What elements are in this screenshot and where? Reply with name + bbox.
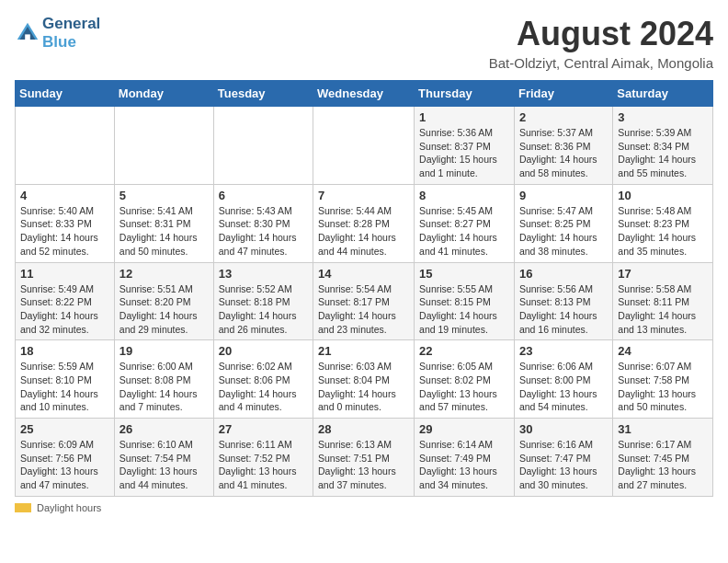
day-info-29: Sunrise: 6:14 AM Sunset: 7:49 PM Dayligh… <box>419 438 509 492</box>
day-info-26: Sunrise: 6:10 AM Sunset: 7:54 PM Dayligh… <box>119 438 209 492</box>
calendar-cell-4-3: 28Sunrise: 6:13 AM Sunset: 7:51 PM Dayli… <box>313 419 415 497</box>
calendar-cell-1-6: 10Sunrise: 5:48 AM Sunset: 8:23 PM Dayli… <box>613 184 713 262</box>
weekday-header-sunday: Sunday <box>16 81 115 107</box>
calendar-cell-1-4: 8Sunrise: 5:45 AM Sunset: 8:27 PM Daylig… <box>415 184 515 262</box>
day-info-8: Sunrise: 5:45 AM Sunset: 8:27 PM Dayligh… <box>419 204 509 259</box>
calendar-cell-4-1: 26Sunrise: 6:10 AM Sunset: 7:54 PM Dayli… <box>114 419 213 497</box>
day-info-6: Sunrise: 5:43 AM Sunset: 8:30 PM Dayligh… <box>219 204 308 259</box>
calendar-cell-0-0 <box>16 107 115 185</box>
weekday-header-friday: Friday <box>514 81 612 107</box>
day-info-16: Sunrise: 5:56 AM Sunset: 8:13 PM Dayligh… <box>519 282 608 337</box>
calendar-cell-3-2: 20Sunrise: 6:02 AM Sunset: 8:06 PM Dayli… <box>213 340 313 419</box>
day-info-11: Sunrise: 5:49 AM Sunset: 8:22 PM Dayligh… <box>20 282 109 337</box>
day-info-31: Sunrise: 6:17 AM Sunset: 7:45 PM Dayligh… <box>618 438 708 492</box>
calendar-cell-1-5: 9Sunrise: 5:47 AM Sunset: 8:25 PM Daylig… <box>514 184 612 262</box>
day-info-14: Sunrise: 5:54 AM Sunset: 8:17 PM Dayligh… <box>318 282 409 337</box>
day-info-7: Sunrise: 5:44 AM Sunset: 8:28 PM Dayligh… <box>318 204 409 259</box>
day-number-12: 12 <box>119 267 209 281</box>
calendar-cell-4-6: 31Sunrise: 6:17 AM Sunset: 7:45 PM Dayli… <box>613 419 713 497</box>
week-row-2: 4Sunrise: 5:40 AM Sunset: 8:33 PM Daylig… <box>16 184 713 262</box>
day-number-1: 1 <box>419 110 509 124</box>
calendar-cell-1-1: 5Sunrise: 5:41 AM Sunset: 8:31 PM Daylig… <box>114 184 213 262</box>
logo-icon <box>15 20 40 46</box>
day-info-12: Sunrise: 5:51 AM Sunset: 8:20 PM Dayligh… <box>119 282 209 337</box>
day-info-23: Sunrise: 6:06 AM Sunset: 8:00 PM Dayligh… <box>519 360 608 414</box>
footer: Daylight hours <box>15 502 713 513</box>
day-info-1: Sunrise: 5:36 AM Sunset: 8:37 PM Dayligh… <box>419 126 509 180</box>
calendar-cell-3-5: 23Sunrise: 6:06 AM Sunset: 8:00 PM Dayli… <box>514 340 612 419</box>
day-number-2: 2 <box>519 110 608 124</box>
calendar-cell-2-1: 12Sunrise: 5:51 AM Sunset: 8:20 PM Dayli… <box>114 262 213 340</box>
day-number-16: 16 <box>519 267 608 281</box>
day-info-24: Sunrise: 6:07 AM Sunset: 7:58 PM Dayligh… <box>618 360 708 414</box>
calendar-cell-2-2: 13Sunrise: 5:52 AM Sunset: 8:18 PM Dayli… <box>213 262 313 340</box>
weekday-header-wednesday: Wednesday <box>313 81 415 107</box>
day-number-3: 3 <box>618 110 708 124</box>
weekday-header-row: SundayMondayTuesdayWednesdayThursdayFrid… <box>16 81 713 107</box>
calendar-cell-4-0: 25Sunrise: 6:09 AM Sunset: 7:56 PM Dayli… <box>16 419 115 497</box>
calendar-cell-2-3: 14Sunrise: 5:54 AM Sunset: 8:17 PM Dayli… <box>313 262 415 340</box>
calendar-cell-4-5: 30Sunrise: 6:16 AM Sunset: 7:47 PM Dayli… <box>514 419 612 497</box>
weekday-header-tuesday: Tuesday <box>213 81 313 107</box>
day-info-20: Sunrise: 6:02 AM Sunset: 8:06 PM Dayligh… <box>219 360 308 414</box>
calendar-cell-3-6: 24Sunrise: 6:07 AM Sunset: 7:58 PM Dayli… <box>613 340 713 419</box>
calendar-cell-0-6: 3Sunrise: 5:39 AM Sunset: 8:34 PM Daylig… <box>613 107 713 185</box>
calendar-cell-0-4: 1Sunrise: 5:36 AM Sunset: 8:37 PM Daylig… <box>415 107 515 185</box>
day-info-13: Sunrise: 5:52 AM Sunset: 8:18 PM Dayligh… <box>219 282 308 337</box>
week-row-1: 1Sunrise: 5:36 AM Sunset: 8:37 PM Daylig… <box>16 107 713 185</box>
day-number-20: 20 <box>219 344 308 358</box>
weekday-header-saturday: Saturday <box>613 81 713 107</box>
day-number-24: 24 <box>618 344 708 358</box>
calendar-cell-3-4: 22Sunrise: 6:05 AM Sunset: 8:02 PM Dayli… <box>415 340 515 419</box>
week-row-4: 18Sunrise: 5:59 AM Sunset: 8:10 PM Dayli… <box>16 340 713 419</box>
logo-text-line1: General <box>42 15 100 33</box>
day-number-19: 19 <box>119 344 209 358</box>
day-info-2: Sunrise: 5:37 AM Sunset: 8:36 PM Dayligh… <box>519 126 608 180</box>
day-number-4: 4 <box>20 189 109 202</box>
calendar-cell-3-0: 18Sunrise: 5:59 AM Sunset: 8:10 PM Dayli… <box>16 340 115 419</box>
day-number-29: 29 <box>419 422 509 436</box>
calendar-cell-1-2: 6Sunrise: 5:43 AM Sunset: 8:30 PM Daylig… <box>213 184 313 262</box>
calendar-cell-0-1 <box>114 107 213 185</box>
day-info-15: Sunrise: 5:55 AM Sunset: 8:15 PM Dayligh… <box>419 282 509 337</box>
day-info-30: Sunrise: 6:16 AM Sunset: 7:47 PM Dayligh… <box>519 438 608 492</box>
calendar-cell-1-3: 7Sunrise: 5:44 AM Sunset: 8:28 PM Daylig… <box>313 184 415 262</box>
calendar-cell-1-0: 4Sunrise: 5:40 AM Sunset: 8:33 PM Daylig… <box>16 184 115 262</box>
day-number-6: 6 <box>219 189 308 202</box>
day-info-22: Sunrise: 6:05 AM Sunset: 8:02 PM Dayligh… <box>419 360 509 414</box>
day-number-7: 7 <box>318 189 409 202</box>
day-number-21: 21 <box>318 344 409 358</box>
day-info-10: Sunrise: 5:48 AM Sunset: 8:23 PM Dayligh… <box>618 204 708 259</box>
location-subtitle: Bat-Oldziyt, Central Aimak, Mongolia <box>489 55 713 71</box>
calendar-cell-2-4: 15Sunrise: 5:55 AM Sunset: 8:15 PM Dayli… <box>415 262 515 340</box>
day-number-31: 31 <box>618 422 708 436</box>
day-number-15: 15 <box>419 267 509 281</box>
day-info-28: Sunrise: 6:13 AM Sunset: 7:51 PM Dayligh… <box>318 438 409 492</box>
day-number-30: 30 <box>519 422 608 436</box>
day-info-4: Sunrise: 5:40 AM Sunset: 8:33 PM Dayligh… <box>20 204 109 259</box>
day-info-18: Sunrise: 5:59 AM Sunset: 8:10 PM Dayligh… <box>20 360 109 414</box>
day-info-17: Sunrise: 5:58 AM Sunset: 8:11 PM Dayligh… <box>618 282 708 337</box>
day-number-9: 9 <box>519 189 608 202</box>
title-block: August 2024 Bat-Oldziyt, Central Aimak, … <box>489 15 713 71</box>
calendar-cell-3-1: 19Sunrise: 6:00 AM Sunset: 8:08 PM Dayli… <box>114 340 213 419</box>
svg-rect-2 <box>25 34 30 40</box>
calendar-cell-0-3 <box>313 107 415 185</box>
day-number-22: 22 <box>419 344 509 358</box>
calendar-table: SundayMondayTuesdayWednesdayThursdayFrid… <box>15 80 713 497</box>
day-info-21: Sunrise: 6:03 AM Sunset: 8:04 PM Dayligh… <box>318 360 409 414</box>
calendar-cell-2-6: 17Sunrise: 5:58 AM Sunset: 8:11 PM Dayli… <box>613 262 713 340</box>
week-row-5: 25Sunrise: 6:09 AM Sunset: 7:56 PM Dayli… <box>16 419 713 497</box>
calendar-cell-0-5: 2Sunrise: 5:37 AM Sunset: 8:36 PM Daylig… <box>514 107 612 185</box>
day-number-18: 18 <box>20 344 109 358</box>
day-info-9: Sunrise: 5:47 AM Sunset: 8:25 PM Dayligh… <box>519 204 608 259</box>
day-info-3: Sunrise: 5:39 AM Sunset: 8:34 PM Dayligh… <box>618 126 708 180</box>
day-number-25: 25 <box>20 422 109 436</box>
day-number-27: 27 <box>219 422 308 436</box>
calendar-cell-4-4: 29Sunrise: 6:14 AM Sunset: 7:49 PM Dayli… <box>415 419 515 497</box>
calendar-cell-0-2 <box>213 107 313 185</box>
day-number-10: 10 <box>618 189 708 202</box>
calendar-cell-2-0: 11Sunrise: 5:49 AM Sunset: 8:22 PM Dayli… <box>16 262 115 340</box>
calendar-cell-2-5: 16Sunrise: 5:56 AM Sunset: 8:13 PM Dayli… <box>514 262 612 340</box>
calendar-cell-3-3: 21Sunrise: 6:03 AM Sunset: 8:04 PM Dayli… <box>313 340 415 419</box>
